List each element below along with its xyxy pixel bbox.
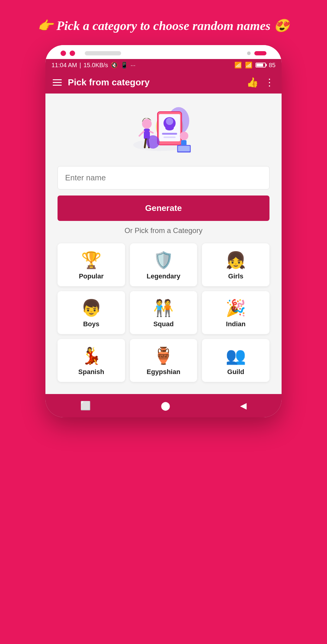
sensor-dot bbox=[247, 51, 251, 55]
category-card-guild[interactable]: 👥Guild bbox=[202, 339, 269, 382]
camera-dot-1 bbox=[61, 51, 66, 56]
hamburger-line-1 bbox=[53, 79, 62, 80]
svg-rect-9 bbox=[164, 136, 176, 138]
guild-label: Guild bbox=[227, 368, 244, 376]
category-card-squad[interactable]: 🧑‍🤝‍🧑Squad bbox=[130, 291, 197, 334]
category-grid: 🏆Popular🛡️Legendary👧Girls👦Boys🧑‍🤝‍🧑Squad… bbox=[58, 243, 269, 385]
egypshian-icon: 🏺 bbox=[153, 347, 173, 364]
category-card-girls[interactable]: 👧Girls bbox=[202, 243, 269, 286]
mute-icon: 🔇 bbox=[111, 61, 118, 69]
nav-home-icon[interactable]: ⬜ bbox=[80, 401, 91, 411]
squad-icon: 🧑‍🤝‍🧑 bbox=[153, 300, 173, 316]
status-right: 📶 📶 85 bbox=[234, 61, 276, 69]
svg-rect-8 bbox=[162, 133, 177, 135]
phone-frame: 11:04 AM | 15.0KB/s 🔇 📱 ··· 📶 📶 85 bbox=[45, 45, 282, 417]
nav-circle-icon[interactable]: ⬤ bbox=[161, 401, 170, 411]
app-bar: Pick from category 👍 ⋮ bbox=[45, 71, 282, 94]
legendary-icon: 🛡️ bbox=[153, 252, 173, 268]
girls-icon: 👧 bbox=[226, 252, 246, 268]
category-card-indian[interactable]: 🎉Indian bbox=[202, 291, 269, 334]
battery-fill bbox=[256, 64, 263, 67]
name-input[interactable] bbox=[58, 166, 269, 189]
page-wrapper: 👉 Pick a category to choose random names… bbox=[0, 0, 327, 644]
hero-illustration bbox=[130, 103, 197, 157]
svg-rect-19 bbox=[178, 146, 190, 151]
camera-area bbox=[61, 51, 127, 56]
category-card-egypshian[interactable]: 🏺Egypshian bbox=[130, 339, 197, 382]
banner-text: 👉 Pick a category to choose random names… bbox=[12, 18, 315, 33]
svg-point-6 bbox=[166, 118, 173, 125]
popular-icon: 🏆 bbox=[81, 252, 101, 268]
svg-line-13 bbox=[150, 131, 153, 133]
hamburger-menu[interactable] bbox=[53, 79, 62, 86]
egypshian-label: Egypshian bbox=[147, 368, 180, 376]
notification-icon: 📱 bbox=[121, 61, 128, 69]
dots-icon: ··· bbox=[130, 62, 136, 69]
hero-section bbox=[58, 94, 269, 160]
phone-top-bar bbox=[45, 45, 282, 59]
signal-icon: 📶 bbox=[245, 61, 253, 69]
spanish-label: Spanish bbox=[78, 368, 104, 376]
battery-icon bbox=[256, 63, 266, 67]
girls-label: Girls bbox=[228, 272, 243, 280]
more-options-icon[interactable]: ⋮ bbox=[265, 77, 274, 88]
svg-point-16 bbox=[180, 132, 188, 140]
popular-label: Popular bbox=[79, 272, 104, 280]
wifi-icon: 📶 bbox=[234, 61, 242, 69]
boys-label: Boys bbox=[83, 320, 99, 328]
right-sensors bbox=[247, 51, 266, 55]
or-text: Or Pick from a Category bbox=[58, 226, 269, 235]
app-bar-right: 👍 ⋮ bbox=[246, 77, 274, 88]
status-left: 11:04 AM | 15.0KB/s 🔇 📱 ··· bbox=[51, 61, 136, 69]
svg-point-10 bbox=[142, 119, 152, 129]
category-card-legendary[interactable]: 🛡️Legendary bbox=[130, 243, 197, 286]
bottom-nav: ⬜ ⬤ ◀ bbox=[45, 394, 282, 417]
app-title: Pick from category bbox=[68, 77, 150, 87]
svg-point-20 bbox=[146, 135, 160, 149]
legendary-label: Legendary bbox=[147, 272, 180, 280]
category-card-popular[interactable]: 🏆Popular bbox=[58, 243, 125, 286]
generate-button[interactable]: Generate bbox=[58, 196, 269, 221]
nav-back-icon[interactable]: ◀ bbox=[240, 401, 247, 411]
squad-label: Squad bbox=[153, 320, 173, 328]
content-area: Generate Or Pick from a Category 🏆Popula… bbox=[45, 94, 282, 394]
category-card-boys[interactable]: 👦Boys bbox=[58, 291, 125, 334]
separator: | bbox=[80, 62, 81, 69]
boys-icon: 👦 bbox=[81, 300, 101, 316]
svg-line-12 bbox=[139, 131, 144, 136]
indian-label: Indian bbox=[226, 320, 246, 328]
sensor-pill bbox=[254, 51, 266, 55]
time-display: 11:04 AM bbox=[51, 62, 77, 69]
camera-dot-2 bbox=[70, 51, 75, 56]
category-card-spanish[interactable]: 💃Spanish bbox=[58, 339, 125, 382]
input-section: Generate Or Pick from a Category bbox=[58, 160, 269, 243]
spanish-icon: 💃 bbox=[81, 347, 101, 364]
battery-percent: 85 bbox=[269, 62, 276, 69]
speed-display: 15.0KB/s bbox=[84, 62, 108, 69]
status-bar: 11:04 AM | 15.0KB/s 🔇 📱 ··· 📶 📶 85 bbox=[45, 59, 282, 71]
speaker-bar bbox=[85, 51, 121, 55]
indian-icon: 🎉 bbox=[226, 300, 246, 316]
hamburger-line-3 bbox=[53, 85, 62, 86]
app-bar-left: Pick from category bbox=[53, 77, 150, 87]
svg-line-14 bbox=[145, 139, 146, 147]
thumbs-up-icon[interactable]: 👍 bbox=[246, 77, 259, 88]
svg-point-7 bbox=[165, 126, 174, 130]
hamburger-line-2 bbox=[53, 82, 62, 83]
top-banner: 👉 Pick a category to choose random names… bbox=[0, 0, 327, 42]
guild-icon: 👥 bbox=[226, 347, 246, 364]
